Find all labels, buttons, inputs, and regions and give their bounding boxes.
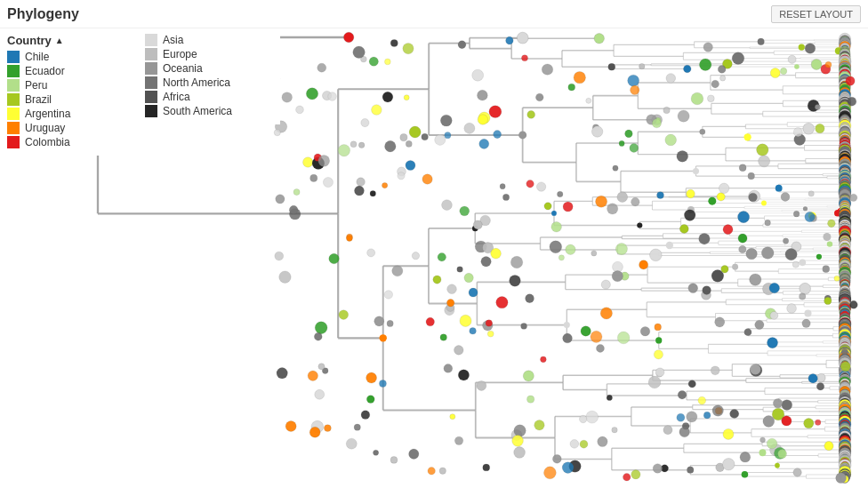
country-items: ChileEcuadorPeruBrazilArgentinaUruguayCo… (7, 51, 131, 148)
country-legend-header: Country ▲ (7, 34, 131, 47)
sort-icon[interactable]: ▲ (55, 36, 64, 45)
legend-item[interactable]: Brazil (7, 93, 131, 106)
legend-item-label: Colombia (25, 136, 70, 148)
legend-item-label: Ecuador (25, 65, 65, 77)
legend-item-label: Uruguay (25, 122, 65, 134)
reset-layout-button[interactable]: RESET LAYOUT (771, 5, 861, 23)
legend-color-swatch (7, 65, 20, 77)
region-color-swatch (145, 34, 157, 46)
region-legend-item[interactable]: Oceania (145, 62, 273, 75)
region-item-label: Asia (163, 34, 183, 46)
region-items: AsiaEuropeOceaniaNorth AmericaAfricaSout… (145, 34, 273, 117)
region-legend-item[interactable]: North America (145, 76, 273, 89)
region-legend-item[interactable]: Europe (145, 48, 273, 60)
region-item-label: Oceania (163, 62, 203, 75)
legend-item-label: Peru (25, 79, 47, 92)
region-item-label: Europe (163, 48, 197, 60)
page-title: Phylogeny (7, 6, 79, 22)
legend-item[interactable]: Ecuador (7, 65, 131, 77)
legend-color-swatch (7, 51, 20, 63)
legend-item[interactable]: Peru (7, 79, 131, 92)
legend-color-swatch (7, 136, 20, 148)
region-color-swatch (145, 105, 157, 117)
legend-item[interactable]: Argentina (7, 108, 131, 120)
region-item-label: North America (163, 76, 230, 89)
country-label: Country (7, 34, 52, 47)
main-container: Phylogeny RESET LAYOUT Country ▲ ChileEc… (0, 0, 868, 488)
region-legend-panel: AsiaEuropeOceaniaNorth AmericaAfricaSout… (138, 28, 280, 124)
region-item-label: South America (163, 105, 232, 117)
region-color-swatch (145, 48, 157, 60)
region-legend-item[interactable]: Asia (145, 34, 273, 46)
region-color-swatch (145, 62, 157, 75)
legend-color-swatch (7, 122, 20, 134)
region-item-label: Africa (163, 91, 190, 103)
legend-item[interactable]: Chile (7, 51, 131, 63)
country-legend-panel: Country ▲ ChileEcuadorPeruBrazilArgentin… (0, 28, 138, 156)
title-bar: Phylogeny RESET LAYOUT (0, 0, 868, 28)
region-color-swatch (145, 91, 157, 103)
region-legend-item[interactable]: South America (145, 105, 273, 117)
legend-item-label: Chile (25, 51, 49, 63)
legend-color-swatch (7, 108, 20, 120)
legend-item-label: Argentina (25, 108, 70, 120)
legend-item[interactable]: Uruguay (7, 122, 131, 134)
legend-color-swatch (7, 79, 20, 92)
legend-color-swatch (7, 93, 20, 106)
legend-item-label: Brazil (25, 93, 52, 106)
region-legend-item[interactable]: Africa (145, 91, 273, 103)
legend-item[interactable]: Colombia (7, 136, 131, 148)
region-color-swatch (145, 76, 157, 89)
